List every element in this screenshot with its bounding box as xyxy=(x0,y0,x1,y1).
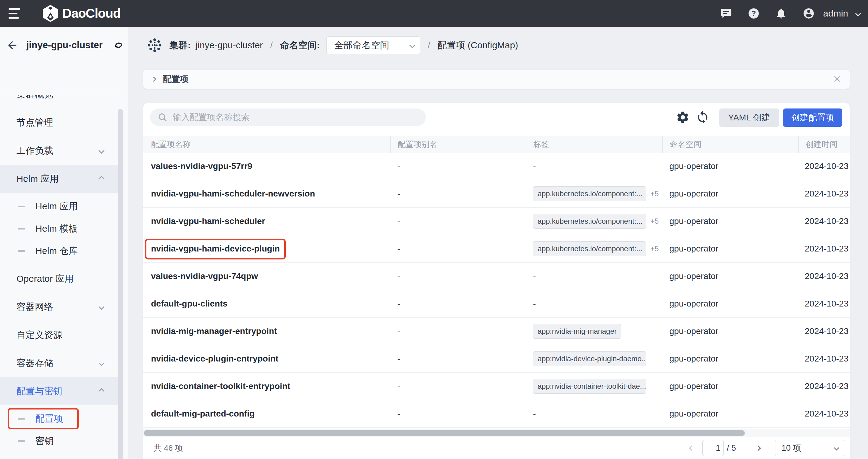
label-chip: app:nvidia-container-toolkit-dae... xyxy=(533,379,646,394)
dash-icon xyxy=(18,228,25,230)
switch-cluster-icon[interactable] xyxy=(113,40,124,51)
sidebar-item-helm-repos[interactable]: Helm 仓库 xyxy=(0,240,118,262)
chevron-down-icon xyxy=(834,446,839,451)
table-row[interactable]: nvidia-vgpu-hami-scheduler-app.kubernete… xyxy=(143,208,850,235)
table-row[interactable]: values-nvidia-vgpu-74qpw--gpu-operator20… xyxy=(143,263,850,290)
sidebar-item-configmaps[interactable]: 配置项 xyxy=(0,408,118,430)
configmap-name[interactable]: nvidia-vgpu-hami-scheduler xyxy=(151,216,265,226)
pagination: / 5 10 项 xyxy=(689,440,844,456)
next-page-button[interactable] xyxy=(755,445,761,451)
dash-icon xyxy=(18,250,25,252)
user-menu[interactable]: admin xyxy=(802,7,860,20)
sidebar-item-operator-apps[interactable]: Operator 应用 xyxy=(0,265,118,293)
sidebar-item-cluster-overview[interactable]: 集群概览 xyxy=(0,95,118,109)
namespace-select[interactable]: 全部命名空间 xyxy=(327,36,420,54)
configmap-name[interactable]: nvidia-vgpu-hami-scheduler-newversion xyxy=(151,189,315,198)
yaml-create-button[interactable]: YAML 创建 xyxy=(719,109,779,127)
sidebar-item-label: 工作负载 xyxy=(17,145,53,157)
chevron-down-icon xyxy=(855,11,861,16)
help-icon[interactable]: ? xyxy=(747,7,760,20)
chevron-down-icon xyxy=(98,148,104,154)
daocloud-logo[interactable]: DaoCloud xyxy=(42,5,120,22)
chevron-down-icon xyxy=(409,42,416,48)
dash-icon xyxy=(18,418,25,420)
configmap-name[interactable]: values-nvidia-vgpu-57rr9 xyxy=(151,161,252,171)
sidebar-item-secrets[interactable]: 密钥 xyxy=(0,430,118,452)
sidebar-item-helm-templates[interactable]: Helm 模板 xyxy=(0,218,118,240)
daocloud-logo-icon xyxy=(42,5,59,22)
table-row[interactable]: nvidia-vgpu-hami-scheduler-newversion-ap… xyxy=(143,180,850,208)
page-size-select[interactable]: 10 项 xyxy=(775,440,844,456)
sidebar-item-label: 容器网络 xyxy=(17,301,53,313)
table-row[interactable]: nvidia-device-plugin-entrypoint-app:nvid… xyxy=(143,345,850,373)
table-body: values-nvidia-vgpu-57rr9--gpu-operator20… xyxy=(143,153,850,428)
refresh-icon[interactable] xyxy=(695,110,710,124)
cluster-dots-icon xyxy=(147,38,162,53)
sidebar-item-container-network[interactable]: 容器网络 xyxy=(0,293,118,321)
sidebar-item-label: 密钥 xyxy=(35,435,54,448)
total-count: 共 46 项 xyxy=(154,443,183,454)
settings-gear-icon[interactable] xyxy=(676,110,690,124)
close-icon[interactable]: ✕ xyxy=(833,74,841,84)
table-row[interactable]: nvidia-mig-manager-entrypoint-app:nvidia… xyxy=(143,318,850,345)
search-input[interactable] xyxy=(173,113,423,122)
back-arrow-icon[interactable] xyxy=(6,39,18,51)
created-time: 2024-10-23 xyxy=(805,271,848,281)
configmap-name[interactable]: nvidia-container-toolkit-entrypoint xyxy=(151,381,290,391)
table-row[interactable]: default-gpu-clients--gpu-operator2024-10… xyxy=(143,290,850,318)
namespace-value: gpu-operator xyxy=(669,381,718,391)
label-chip: app:nvidia-device-plugin-daemo... xyxy=(533,351,646,366)
namespace-value: gpu-operator xyxy=(669,244,718,253)
sidebar-item-config-and-secrets[interactable]: 配置与密钥 xyxy=(0,377,118,405)
namespace-value: gpu-operator xyxy=(669,161,718,171)
column-header-alias: 配置项别名 xyxy=(390,136,526,153)
label-chip: app.kubernetes.io/component:... xyxy=(533,186,646,201)
configmap-name[interactable]: nvidia-device-plugin-entrypoint xyxy=(151,354,278,363)
configmap-name[interactable]: values-nvidia-vgpu-74qpw xyxy=(151,271,258,281)
created-time: 2024-10-23 xyxy=(805,381,848,391)
table-row[interactable]: values-nvidia-vgpu-57rr9--gpu-operator20… xyxy=(143,153,850,180)
column-header-namespace: 命名空间 xyxy=(662,136,798,153)
table-row[interactable]: default-mig-parted-config--gpu-operator2… xyxy=(143,400,850,428)
horizontal-scrollbar[interactable] xyxy=(144,430,745,436)
breadcrumb-cluster-label: 集群: xyxy=(169,39,191,52)
configmap-name[interactable]: nvidia-vgpu-hami-device-plugin xyxy=(151,244,280,253)
chevron-up-icon xyxy=(98,388,104,394)
chevron-down-icon xyxy=(98,304,104,310)
sidebar-scrollbar[interactable] xyxy=(118,109,123,459)
namespace-select-value: 全部命名空间 xyxy=(334,39,389,52)
label-empty: - xyxy=(533,409,536,418)
label-chip: app.kubernetes.io/component:... xyxy=(533,241,646,256)
table-row[interactable]: nvidia-container-toolkit-entrypoint-app:… xyxy=(143,373,850,400)
created-time: 2024-10-23 xyxy=(805,326,848,336)
table-footer: 共 46 项 / 5 10 项 xyxy=(143,437,850,459)
table-row[interactable]: nvidia-vgpu-hami-device-plugin-app.kuber… xyxy=(143,235,850,263)
sidebar-item-node-management[interactable]: 节点管理 xyxy=(0,109,118,136)
sidebar-item-custom-resources[interactable]: 自定义资源 xyxy=(0,321,118,349)
page-number-input[interactable] xyxy=(702,440,724,456)
configmap-collapse-panel[interactable]: 配置项 ✕ xyxy=(143,70,850,89)
sidebar-item-workloads[interactable]: 工作负载 xyxy=(0,136,118,165)
configmap-name[interactable]: default-mig-parted-config xyxy=(151,409,255,418)
sidebar-item-container-storage[interactable]: 容器存储 xyxy=(0,349,118,377)
label-empty: - xyxy=(533,271,536,281)
sidebar-item-helm-apps-group[interactable]: Helm 应用 xyxy=(0,165,118,193)
namespace-value: gpu-operator xyxy=(669,189,718,198)
label-empty: - xyxy=(533,299,536,308)
sidebar-item-namespaces[interactable]: 命名空间 xyxy=(0,455,118,459)
breadcrumb: 集群: jinye-gpu-cluster / 命名空间: 全部命名空间 / 配… xyxy=(128,27,868,64)
create-configmap-button[interactable]: 创建配置项 xyxy=(783,109,842,127)
prev-page-button[interactable] xyxy=(689,445,695,451)
configmap-name[interactable]: nvidia-mig-manager-entrypoint xyxy=(151,326,277,336)
menu-icon[interactable] xyxy=(8,8,21,19)
breadcrumb-cluster-value[interactable]: jinye-gpu-cluster xyxy=(196,40,263,51)
chevron-right-icon xyxy=(151,77,156,82)
bell-icon[interactable] xyxy=(775,7,787,20)
chat-icon[interactable] xyxy=(720,7,733,20)
created-time: 2024-10-23 xyxy=(805,354,848,363)
logo-text: DaoCloud xyxy=(62,6,120,21)
sidebar-item-helm-apps[interactable]: Helm 应用 xyxy=(0,195,118,218)
configmap-name[interactable]: default-gpu-clients xyxy=(151,299,227,308)
alias-value: - xyxy=(397,299,400,308)
label-empty: - xyxy=(533,161,536,171)
